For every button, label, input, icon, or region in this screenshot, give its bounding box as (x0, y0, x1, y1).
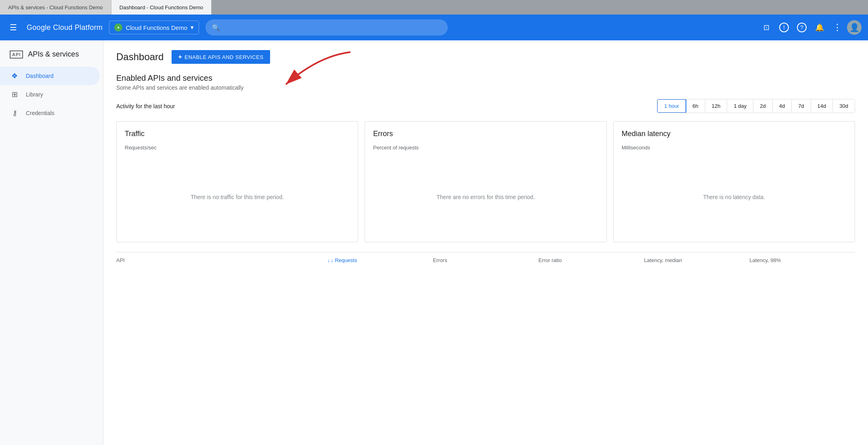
page-title: Dashboard (116, 51, 164, 63)
credentials-icon: ⚷ (10, 109, 19, 118)
plus-icon: + (178, 53, 182, 61)
time-btn-30d[interactable]: 30d (833, 99, 855, 113)
time-btn-7d[interactable]: 7d (792, 99, 811, 113)
enabled-apis-section: Enabled APIs and services Some APIs and … (116, 73, 855, 268)
search-icon: 🔍 (212, 24, 220, 31)
traffic-card-subtitle: Requests/sec (125, 145, 350, 151)
traffic-card-title: Traffic (125, 130, 350, 138)
api-badge: API (10, 50, 23, 59)
traffic-card: Traffic Requests/sec There is no traffic… (116, 121, 358, 242)
console-icon-button[interactable]: ⊡ (758, 19, 774, 36)
search-bar[interactable]: 🔍 (205, 19, 448, 36)
time-btn-1hour[interactable]: 1 hour (657, 99, 686, 113)
time-btn-6h[interactable]: 6h (686, 99, 705, 113)
errors-card-title: Errors (373, 130, 598, 138)
alert-icon: ! (779, 23, 789, 32)
tab-apis-label: APIs & services - Cloud Functions Demo (8, 4, 103, 10)
sidebar-credentials-label: Credentials (26, 110, 55, 116)
content-area: Dashboard + ENABLE APIS AND SERVICES Ena… (103, 40, 868, 445)
latency-card-empty: There is no latency data. (622, 160, 847, 234)
time-btn-12h[interactable]: 12h (705, 99, 728, 113)
sidebar: API APIs & services ❖ Dashboard ⊞ Librar… (0, 40, 103, 445)
hamburger-menu-button[interactable]: ☰ (6, 19, 20, 36)
latency-card: Median latency Milliseconds There is no … (613, 121, 855, 242)
col-errors: Errors (433, 257, 538, 263)
traffic-card-empty: There is no traffic for this time period… (125, 160, 350, 234)
bell-icon-button[interactable]: 🔔 (811, 19, 828, 36)
errors-card-empty: There are no errors for this time period… (373, 160, 598, 234)
search-input[interactable] (223, 24, 441, 31)
main-layout: API APIs & services ❖ Dashboard ⊞ Librar… (0, 40, 868, 445)
top-nav: ☰ Google Cloud Platform ✦ Cloud Function… (0, 15, 868, 40)
gcp-logo: Google Cloud Platform (27, 23, 103, 32)
dashboard-icon: ❖ (10, 71, 19, 80)
time-period-selector: 1 hour 6h 12h 1 day 2d 4d 7d 14d 30d (657, 99, 855, 113)
sidebar-library-label: Library (26, 91, 43, 98)
time-btn-4d[interactable]: 4d (773, 99, 792, 113)
user-avatar[interactable]: 👤 (847, 20, 862, 35)
tab-dashboard[interactable]: Dashboard - Cloud Functions Demo (111, 0, 212, 15)
api-table-header: API ↓ ↓ Requests Errors Error ratio Late… (116, 252, 855, 268)
activity-label: Activity for the last hour (116, 103, 175, 109)
browser-tabs: APIs & services - Cloud Functions Demo D… (0, 0, 868, 15)
col-requests[interactable]: ↓ ↓ Requests (327, 257, 433, 263)
sidebar-dashboard-label: Dashboard (26, 73, 54, 79)
errors-card-subtitle: Percent of requests (373, 145, 598, 151)
col-latency-median: Latency, median (644, 257, 749, 263)
console-icon: ⊡ (763, 23, 769, 32)
help-icon: ? (797, 23, 807, 32)
sidebar-header: API APIs & services (0, 45, 103, 67)
nav-actions: ⊡ ! ? 🔔 ⋮ 👤 (758, 19, 862, 36)
bell-icon: 🔔 (815, 23, 824, 32)
metrics-cards: Traffic Requests/sec There is no traffic… (116, 121, 855, 242)
time-filter-row: Activity for the last hour 1 hour 6h 12h… (116, 99, 855, 113)
col-api: API (116, 257, 327, 263)
latency-card-title: Median latency (622, 130, 847, 138)
hamburger-icon: ☰ (10, 23, 17, 32)
latency-card-subtitle: Milliseconds (622, 145, 847, 151)
more-icon: ⋮ (833, 22, 842, 33)
alert-icon-button[interactable]: ! (776, 19, 792, 36)
more-options-button[interactable]: ⋮ (829, 19, 845, 36)
sidebar-item-dashboard[interactable]: ❖ Dashboard (0, 67, 100, 85)
sidebar-item-library[interactable]: ⊞ Library (0, 85, 100, 104)
project-name: Cloud Functions Demo (126, 24, 187, 31)
avatar-icon: 👤 (849, 23, 860, 32)
time-btn-2d[interactable]: 2d (753, 99, 772, 113)
section-title: Enabled APIs and services (116, 73, 855, 83)
tab-apis[interactable]: APIs & services - Cloud Functions Demo (0, 0, 111, 15)
enable-apis-button[interactable]: + ENABLE APIS AND SERVICES (172, 50, 270, 64)
project-dropdown-icon: ▾ (191, 24, 194, 31)
sidebar-title: APIs & services (28, 50, 79, 59)
time-btn-1day[interactable]: 1 day (727, 99, 753, 113)
enable-btn-label: ENABLE APIS AND SERVICES (185, 54, 263, 60)
project-selector[interactable]: ✦ Cloud Functions Demo ▾ (109, 21, 199, 34)
library-icon: ⊞ (10, 90, 19, 99)
errors-card: Errors Percent of requests There are no … (365, 121, 606, 242)
time-btn-14d[interactable]: 14d (811, 99, 833, 113)
col-error-ratio: Error ratio (539, 257, 644, 263)
sidebar-item-credentials[interactable]: ⚷ Credentials (0, 104, 100, 122)
tab-dashboard-label: Dashboard - Cloud Functions Demo (120, 4, 203, 10)
section-subtitle: Some APIs and services are enabled autom… (116, 84, 855, 91)
sort-down-icon: ↓ (327, 257, 330, 263)
content-header: Dashboard + ENABLE APIS AND SERVICES (116, 50, 855, 64)
project-icon: ✦ (114, 23, 122, 31)
col-latency-98: Latency, 98% (750, 257, 855, 263)
help-icon-button[interactable]: ? (794, 19, 810, 36)
